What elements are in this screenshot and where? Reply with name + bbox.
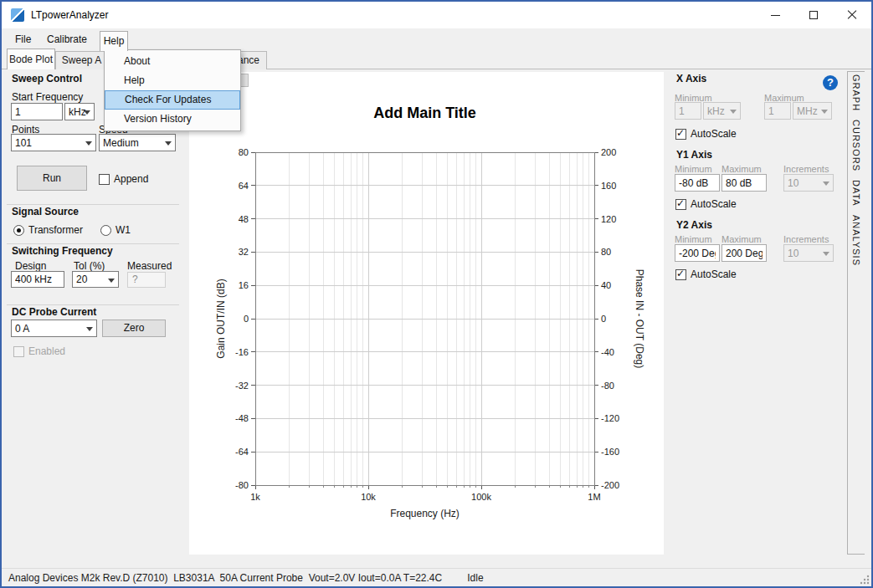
status-state: Idle — [467, 572, 483, 584]
menu-file[interactable]: File — [13, 28, 33, 50]
svg-text:64: 64 — [239, 181, 249, 191]
start-frequency-unit-select[interactable]: kHz — [64, 103, 95, 120]
chevron-down-icon — [165, 141, 172, 146]
w1-label: W1 — [116, 224, 131, 236]
help-icon[interactable]: ? — [823, 75, 838, 90]
append-checkbox[interactable]: Append — [99, 173, 148, 185]
enabled-label: Enabled — [28, 345, 65, 357]
minimize-icon — [771, 15, 780, 16]
x-max-input — [764, 102, 791, 120]
dc-probe-title: DC Probe Current — [12, 306, 96, 318]
help-menu-dropdown: About Help Check For Updates Version His… — [104, 49, 241, 131]
y1-max-label: Maximum — [722, 164, 762, 174]
tab-graph[interactable]: GRAPH — [851, 74, 861, 111]
menu-calibrate[interactable]: Calibrate — [45, 28, 89, 50]
svg-text:Phase IN - OUT (Deg): Phase IN - OUT (Deg) — [634, 269, 645, 368]
points-value: 101 — [15, 137, 32, 149]
speed-value: Medium — [103, 137, 139, 149]
svg-text:Add Main Title: Add Main Title — [373, 105, 476, 121]
start-frequency-input[interactable] — [11, 103, 63, 120]
app-icon — [11, 8, 24, 22]
y2-autoscale-label: AutoScale — [691, 268, 737, 280]
svg-text:1M: 1M — [588, 492, 600, 502]
radio-w1[interactable]: W1 — [100, 224, 131, 236]
tolerance-select[interactable]: 20 — [72, 271, 119, 288]
svg-text:80: 80 — [239, 147, 249, 157]
y1-axis-title: Y1 Axis — [676, 149, 712, 161]
svg-text:-16: -16 — [235, 347, 249, 357]
svg-text:Gain OUT/IN (dB): Gain OUT/IN (dB) — [215, 279, 227, 358]
speed-select[interactable]: Medium — [99, 134, 176, 151]
tab-sweep-amplitude[interactable]: Sweep A — [55, 51, 108, 69]
x-autoscale-label: AutoScale — [691, 128, 737, 140]
measured-label: Measured — [127, 260, 172, 272]
checkbox-check-icon — [675, 129, 686, 140]
dc-probe-current-select[interactable]: 0 A — [11, 320, 97, 337]
svg-text:200: 200 — [601, 147, 616, 157]
svg-text:120: 120 — [601, 214, 616, 224]
close-button[interactable] — [833, 2, 871, 28]
switching-frequency-title: Switching Frequency — [12, 245, 113, 257]
menu-help[interactable]: Help — [100, 31, 128, 51]
y2-increments-select: 10 — [783, 244, 834, 262]
x-max-unit-select: MHz — [793, 102, 832, 120]
tab-cursors[interactable]: CURSORS — [851, 120, 861, 171]
window-title: LTpowerAnalyzer — [31, 9, 108, 21]
y1-min-input[interactable] — [675, 174, 720, 192]
svg-text:Frequency (Hz): Frequency (Hz) — [390, 508, 460, 519]
right-tab-strip: GRAPH CURSORS DATA ANALYSIS — [847, 71, 865, 555]
menu-item-about[interactable]: About — [105, 52, 240, 71]
dc-probe-current-value: 0 A — [15, 323, 29, 335]
menu-item-check-for-updates[interactable]: Check For Updates — [105, 90, 240, 110]
y2-min-input[interactable] — [675, 244, 720, 262]
start-frequency-label: Start Frequency — [12, 91, 83, 103]
svg-text:-40: -40 — [601, 347, 614, 357]
svg-text:0: 0 — [244, 314, 249, 324]
tab-data[interactable]: DATA — [851, 180, 861, 207]
sweep-control-panel: Sweep Control Start Frequency kHz Points… — [2, 69, 186, 566]
design-frequency-input[interactable] — [11, 271, 64, 288]
y1-max-input[interactable] — [722, 174, 767, 192]
section-divider — [7, 304, 179, 305]
y2-autoscale-checkbox[interactable]: AutoScale — [675, 268, 737, 280]
axes-panel: X Axis ? Minimum Maximum kHz MHz AutoSca… — [671, 69, 847, 566]
svg-text:80: 80 — [601, 247, 611, 257]
svg-text:0: 0 — [601, 314, 606, 324]
window-controls — [756, 2, 871, 28]
menu-item-help[interactable]: Help — [105, 71, 240, 90]
y2-max-input[interactable] — [722, 244, 767, 262]
radio-icon — [100, 225, 111, 236]
checkbox-check-icon — [675, 199, 686, 210]
svg-text:1k: 1k — [250, 492, 260, 502]
status-bar: Analog Devices M2k Rev.D (Z7010) LB3031A… — [2, 568, 871, 586]
y1-increments-select: 10 — [783, 174, 834, 192]
bode-chart: 1k10k100k1M80644832160-16-32-48-64-80200… — [189, 72, 664, 555]
svg-text:-48: -48 — [235, 413, 249, 423]
zero-button[interactable]: Zero — [102, 320, 166, 337]
points-select[interactable]: 101 — [11, 134, 96, 151]
minimize-button[interactable] — [756, 2, 794, 28]
y2-increments-value: 10 — [788, 248, 799, 259]
chevron-down-icon — [823, 252, 829, 256]
x-min-unit-value: kHz — [707, 105, 725, 117]
x-min-input — [675, 102, 701, 120]
maximize-button[interactable] — [794, 2, 833, 28]
tab-bode-plot[interactable]: Bode Plot — [7, 49, 55, 69]
radio-transformer[interactable]: Transformer — [13, 224, 83, 236]
resize-grip[interactable] — [859, 574, 870, 585]
svg-text:-80: -80 — [235, 480, 249, 490]
x-autoscale-checkbox[interactable]: AutoScale — [675, 128, 737, 140]
x-max-unit-value: MHz — [797, 105, 818, 117]
title-bar: LTpowerAnalyzer — [2, 2, 871, 28]
y1-min-label: Minimum — [675, 164, 712, 174]
maximize-icon — [809, 11, 818, 19]
radio-icon — [13, 225, 24, 236]
menu-item-version-history[interactable]: Version History — [105, 110, 240, 129]
append-label: Append — [114, 173, 148, 185]
tab-analysis[interactable]: ANALYSIS — [851, 215, 861, 266]
y1-autoscale-checkbox[interactable]: AutoScale — [675, 198, 737, 210]
run-button[interactable]: Run — [17, 166, 87, 191]
svg-text:100k: 100k — [471, 492, 491, 502]
design-label: Design — [15, 260, 46, 272]
svg-text:16: 16 — [239, 280, 249, 290]
